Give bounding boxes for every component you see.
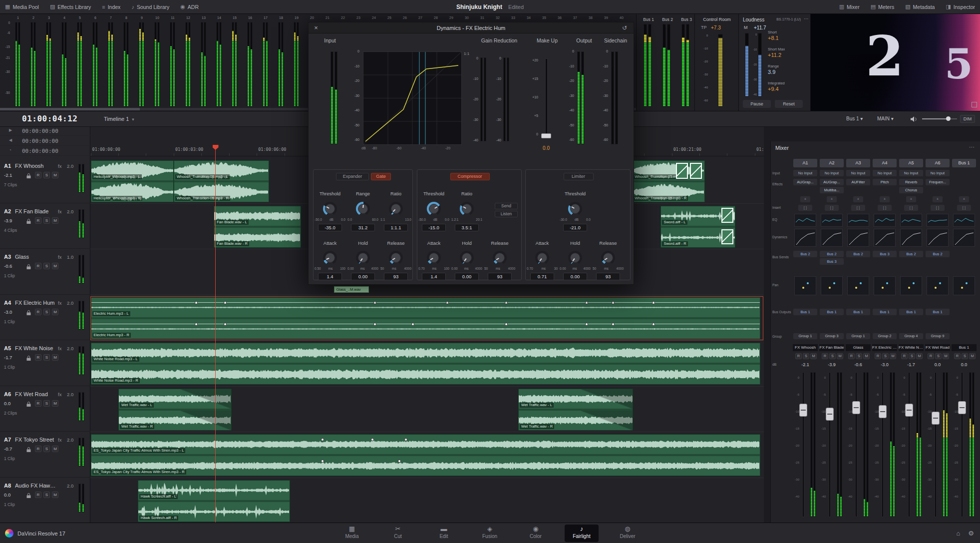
group-slot[interactable]: Group 1 [846, 333, 870, 339]
bus-send-slot[interactable]: Bus 3 [873, 251, 897, 257]
top-button-media-pool[interactable]: ▦Media Pool [5, 3, 39, 10]
lock-icon[interactable] [26, 172, 32, 178]
send-button[interactable]: Send [495, 203, 518, 209]
reset-button[interactable]: Reset [775, 100, 803, 108]
dynamics-thumbnail[interactable] [794, 229, 816, 247]
audio-clip[interactable]: Helicopter_Whoosh.mp3 - LHelicopter_Whoo… [91, 160, 174, 202]
r-button[interactable]: R [901, 353, 908, 359]
lock-icon[interactable] [26, 217, 32, 224]
release-value[interactable]: 93 [384, 273, 408, 280]
automation-point[interactable] [411, 323, 414, 326]
s-button[interactable]: S [43, 354, 50, 361]
fader-handle[interactable] [879, 405, 887, 418]
add-effect-button[interactable]: + [959, 196, 969, 202]
automation-point[interactable] [505, 301, 508, 304]
audio-clip[interactable]: Whoosh_Transition-05.mp3 - LWhoosh_Trans… [632, 160, 705, 202]
dynamics-thumbnail[interactable] [874, 229, 896, 247]
r-button[interactable]: R [35, 217, 41, 224]
m-button[interactable]: M [890, 353, 896, 359]
group-slot[interactable]: Group 4 [899, 333, 923, 339]
add-effect-button[interactable]: + [827, 196, 837, 202]
monitor-volume-knob[interactable] [946, 116, 951, 121]
group-slot[interactable]: Group 2 [873, 333, 897, 339]
m-button[interactable]: M [52, 263, 58, 269]
track-header-A8[interactable]: A8Audio FX Hawk Sc..2.00.0RSM1 Clip [0, 480, 90, 523]
top-button-adr[interactable]: ◉ADR [180, 3, 199, 10]
insert-slot[interactable]: [ ] [825, 205, 839, 211]
automation-point[interactable] [321, 438, 324, 441]
bridge-scrollbar-handle[interactable] [0, 108, 140, 110]
loudness-standard-select[interactable]: BS.1770-1 (LU) [764, 17, 801, 22]
range-value[interactable]: 31.2 [351, 224, 375, 231]
range-knob[interactable] [356, 202, 370, 216]
monitor-main-select[interactable]: MAIN ▾ [877, 116, 902, 123]
bus-output-slot[interactable]: Bus 1 [793, 309, 817, 315]
automation-point[interactable] [652, 301, 655, 304]
s-button[interactable]: S [43, 309, 50, 315]
tab-limiter[interactable]: Limiter [564, 173, 594, 180]
audio-clip[interactable]: ES_Tokyo Japan City Traffic Atmos With S… [91, 434, 760, 476]
fader-handle[interactable] [799, 404, 807, 417]
threshold-value[interactable]: -21.0 [563, 224, 587, 231]
automation-point[interactable] [585, 323, 588, 326]
group-slot[interactable]: Group 1 [793, 333, 817, 339]
automation-point[interactable] [195, 301, 198, 304]
eq-thumbnail[interactable] [900, 214, 922, 227]
fader-handle[interactable] [958, 401, 966, 414]
mixer-menu-icon[interactable]: ⋯ [969, 144, 977, 150]
hold-knob[interactable] [460, 251, 474, 265]
s-button[interactable]: S [856, 353, 862, 359]
top-button-effects-library[interactable]: ▨Effects Library [50, 3, 91, 10]
release-knob[interactable] [493, 251, 507, 265]
input-select-a2[interactable]: No Input [820, 170, 844, 176]
bus-output-slot[interactable]: Bus 1 [926, 309, 950, 315]
hold-value[interactable]: 0.00 [455, 273, 479, 280]
pan-pad[interactable] [953, 276, 975, 295]
threshold-knob[interactable] [323, 202, 337, 216]
add-effect-button[interactable]: + [906, 196, 916, 202]
automation-point[interactable] [321, 460, 324, 463]
input-select-a3[interactable]: No Input [846, 170, 870, 176]
top-button-sound-library[interactable]: ♪Sound Library [131, 4, 169, 10]
pan-pad[interactable] [874, 276, 896, 295]
loudness-menu-icon[interactable]: ⋯ [804, 16, 810, 22]
dim-button[interactable]: DIM [960, 115, 975, 123]
release-knob[interactable] [601, 251, 615, 265]
audio-clip[interactable]: Wet Traffic.wav - LWet Traffic.wav - R [518, 389, 633, 431]
bus-send-slot[interactable]: Bus 2 [846, 251, 870, 257]
mixer-channel-header-a3[interactable]: A3 [846, 159, 870, 167]
group-slot[interactable]: Group 3 [820, 333, 844, 339]
effect-slot[interactable]: AUGrap... [820, 179, 844, 185]
dynamics-thumbnail[interactable] [847, 229, 869, 247]
lock-icon[interactable] [26, 492, 32, 498]
dynamics-thumbnail[interactable] [900, 229, 922, 247]
top-button-inspector[interactable]: ◨Inspector [946, 3, 975, 10]
ratio-value[interactable]: 1:1.1 [384, 224, 408, 231]
group-slot[interactable]: Group 9 [926, 333, 950, 339]
dynamics-thumbnail[interactable] [953, 229, 975, 247]
track-header-A2[interactable]: A2FX Fan Bladefx2.0-3.9RSM4 Clips [0, 205, 90, 249]
threshold-value[interactable]: -15.0 [422, 224, 446, 231]
hold-knob[interactable] [568, 251, 582, 265]
pan-pad[interactable] [847, 276, 869, 295]
page-tab-fusion[interactable]: ◈Fusion [473, 525, 507, 542]
ratio-knob[interactable] [460, 202, 474, 216]
lock-icon[interactable] [26, 263, 32, 269]
top-button-metadata[interactable]: ▧Metadata [905, 3, 935, 10]
speaker-icon[interactable] [910, 115, 918, 122]
effect-slot[interactable]: Multiba... [820, 187, 844, 193]
s-button[interactable]: S [43, 492, 50, 498]
playhead-line[interactable] [215, 145, 216, 523]
release-value[interactable]: 93 [488, 273, 512, 280]
attack-knob[interactable] [535, 251, 549, 265]
home-icon[interactable]: ⌂ [956, 530, 960, 537]
s-button[interactable]: S [909, 353, 915, 359]
page-tab-edit[interactable]: ▬Edit [427, 525, 461, 542]
page-tab-color[interactable]: ◉Color [519, 525, 553, 542]
s-button[interactable]: S [962, 353, 968, 359]
m-button[interactable]: M [52, 217, 58, 224]
dynamics-thumbnail[interactable] [927, 229, 949, 247]
makeup-slider-handle[interactable] [541, 133, 551, 138]
bus-send-slot[interactable]: Bus 2 [793, 251, 817, 257]
r-button[interactable]: R [795, 353, 802, 359]
